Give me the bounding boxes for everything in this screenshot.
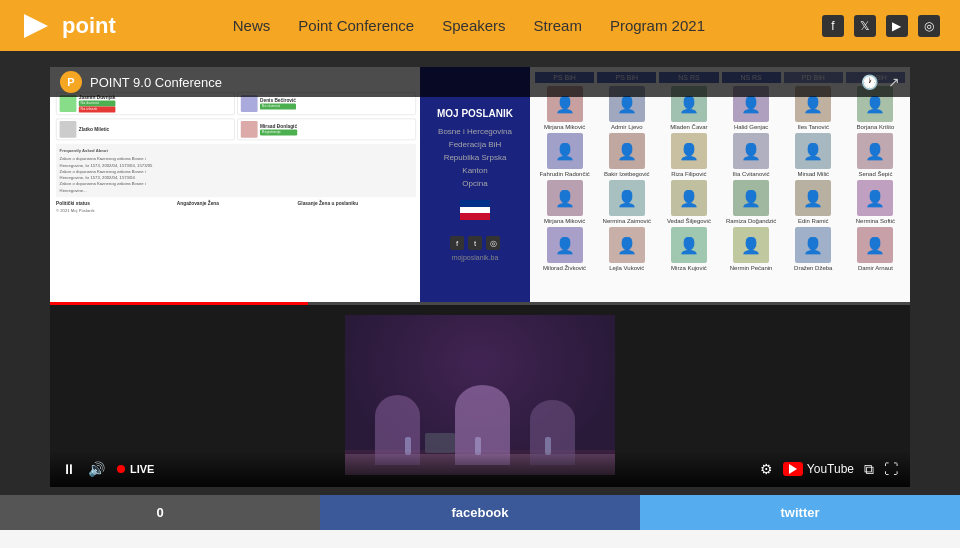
- person-card[interactable]: Zlatko Miletic: [56, 119, 235, 141]
- grid-person[interactable]: 👤 Milorad Živković: [535, 227, 594, 271]
- social-icons: f 𝕏 ▶ ◎: [822, 15, 940, 37]
- grid-person[interactable]: 👤 Nermina Zaimović: [597, 180, 656, 224]
- grid-person[interactable]: 👤 Riza Filipović: [659, 133, 718, 177]
- right-panel: PS BiH PS BiH NS RS NS RS PD BiH PD BiH …: [530, 67, 910, 302]
- youtube-play-icon: [789, 464, 797, 474]
- youtube-label: YouTube: [807, 462, 854, 476]
- grid-row-2: 👤 Fahrudin Radončić 👤 Bakir Izetbegović …: [535, 133, 905, 177]
- avatar: [60, 95, 77, 112]
- fb-small-icon[interactable]: f: [450, 236, 464, 250]
- svg-marker-0: [24, 14, 48, 38]
- progress-fill: [50, 302, 308, 305]
- conference-title: POINT 9.0 Conference: [90, 75, 222, 90]
- grid-person[interactable]: 👤 Ilia Cvitanović: [722, 133, 781, 177]
- grid-person[interactable]: 👤 Ramiza Doğandzić: [722, 180, 781, 224]
- avatar: [60, 121, 77, 138]
- grid-person[interactable]: 👤 Mirsad Milić: [784, 133, 843, 177]
- tw-small-icon[interactable]: t: [468, 236, 482, 250]
- play-pause-button[interactable]: ⏸: [62, 461, 76, 477]
- nav-item-news[interactable]: News: [233, 17, 271, 34]
- top-panel: P POINT 9.0 Conference 🕐 ↗ Jasmin Duvnja…: [50, 67, 910, 302]
- fullscreen-button[interactable]: ⛶: [884, 461, 898, 477]
- logo-icon: [20, 8, 56, 44]
- top-panel-title: P POINT 9.0 Conference 🕐 ↗: [50, 67, 910, 97]
- youtube-logo: YouTube: [783, 462, 854, 476]
- person-card[interactable]: Mirsad Đonlagić Registracija: [237, 119, 416, 141]
- grid-person[interactable]: 👤 Edin Ramić: [784, 180, 843, 224]
- grid-row-3: 👤 Mirjana Miković 👤 Nermina Zaimović 👤 V…: [535, 180, 905, 224]
- nav-item-conference[interactable]: Point Conference: [298, 17, 414, 34]
- nav-item-stream[interactable]: Stream: [534, 17, 582, 34]
- video-container: P POINT 9.0 Conference 🕐 ↗ Jasmin Duvnja…: [50, 67, 910, 487]
- grid-person[interactable]: 👤 Mirza Kujović: [659, 227, 718, 271]
- nav-item-program[interactable]: Program 2021: [610, 17, 705, 34]
- progress-bar[interactable]: [50, 302, 910, 305]
- miniplayer-button[interactable]: ⧉: [864, 461, 874, 478]
- grid-person[interactable]: 👤 Lejla Vuković: [597, 227, 656, 271]
- avatar: [241, 95, 258, 112]
- avatar: [241, 121, 258, 138]
- youtube-social-icon[interactable]: ▶: [886, 15, 908, 37]
- right-controls: ⚙ YouTube ⧉ ⛶: [760, 461, 898, 478]
- politicians-list: Jasmin Duvnjak Na duznost Na izlazak Den…: [50, 67, 420, 302]
- nav-item-speakers[interactable]: Speakers: [442, 17, 505, 34]
- header: point News Point Conference Speakers Str…: [0, 0, 960, 51]
- moj-poslanik-logo: MOJ POSLANIK: [437, 108, 513, 119]
- grid-person[interactable]: 👤 Nermina Softić: [846, 180, 905, 224]
- grid-person[interactable]: 👤 Mirjana Miković: [535, 180, 594, 224]
- video-player: ⏸ 🔊 LIVE ⚙ YouTube ⧉ ⛶: [50, 302, 910, 487]
- panel-controls[interactable]: 🕐 ↗: [861, 74, 900, 90]
- facebook-icon[interactable]: f: [822, 15, 844, 37]
- nav: News Point Conference Speakers Stream Pr…: [233, 17, 705, 34]
- facebook-button[interactable]: facebook: [320, 495, 640, 530]
- bottom-bar: 0 facebook twitter: [0, 495, 960, 530]
- grid-person[interactable]: 👤 Vedad Šiljegović: [659, 180, 718, 224]
- twitter-button[interactable]: twitter: [640, 495, 960, 530]
- grid-person[interactable]: 👤 Fahrudin Radončić: [535, 133, 594, 177]
- person-row-2: Zlatko Miletic Mirsad Đonlagić Registrac…: [56, 119, 416, 141]
- ig-small-icon[interactable]: ◎: [486, 236, 500, 250]
- text-block: Frequently Asked About Zakon o dopunama …: [56, 144, 416, 198]
- youtube-icon: [783, 462, 803, 476]
- clock-icon: 🕐: [861, 74, 878, 90]
- grid-person[interactable]: 👤 Damir Arnaut: [846, 227, 905, 271]
- live-text: LIVE: [130, 463, 154, 475]
- live-dot: [117, 465, 125, 473]
- twitter-icon[interactable]: 𝕏: [854, 15, 876, 37]
- count-button[interactable]: 0: [0, 495, 320, 530]
- middle-panel: MOJ POSLANIK Bosne i Hercegovina Federac…: [420, 67, 530, 302]
- grid-person[interactable]: 👤 Senad Šepić: [846, 133, 905, 177]
- flag-icon: [460, 200, 490, 220]
- instagram-icon[interactable]: ◎: [918, 15, 940, 37]
- logo-text: point: [62, 13, 116, 39]
- point-icon: P: [60, 71, 82, 93]
- settings-button[interactable]: ⚙: [760, 461, 773, 477]
- grid-person[interactable]: 👤 Dražen Džeba: [784, 227, 843, 271]
- left-panel: Jasmin Duvnjak Na duznost Na izlazak Den…: [50, 67, 420, 302]
- live-indicator: LIVE: [117, 463, 154, 475]
- grid-row-4: 👤 Milorad Živković 👤 Lejla Vuković 👤 Mir…: [535, 227, 905, 271]
- main-wrapper: P POINT 9.0 Conference 🕐 ↗ Jasmin Duvnja…: [0, 51, 960, 495]
- grid-person[interactable]: 👤 Bakir Izetbegović: [597, 133, 656, 177]
- share-icon[interactable]: ↗: [888, 74, 900, 90]
- player-controls: ⏸ 🔊 LIVE ⚙ YouTube ⧉ ⛶: [50, 451, 910, 487]
- volume-button[interactable]: 🔊: [88, 461, 105, 477]
- grid-person[interactable]: 👤 Nermin Pećanin: [722, 227, 781, 271]
- middle-social-icons: f t ◎: [450, 236, 500, 250]
- logo-area[interactable]: point: [20, 8, 116, 44]
